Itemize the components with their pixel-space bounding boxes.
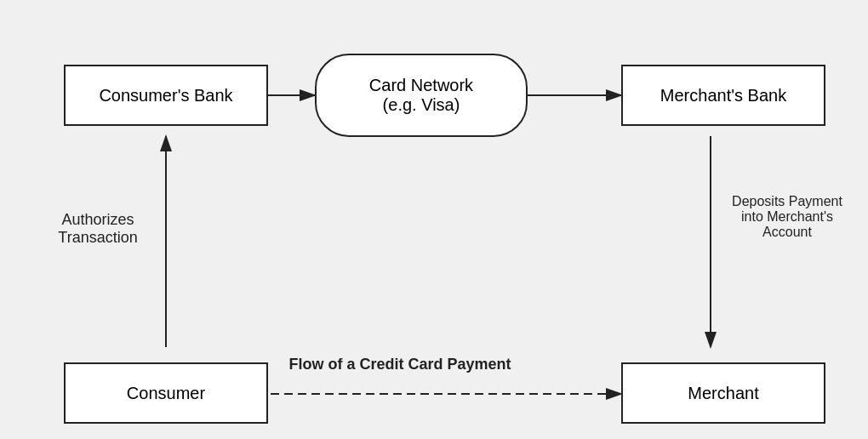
consumer-label: Consumer bbox=[127, 384, 205, 403]
merchant-label: Merchant bbox=[688, 384, 758, 403]
merchant-box: Merchant bbox=[621, 362, 825, 424]
diagram: Consumer's Bank Card Network (e.g. Visa)… bbox=[26, 24, 842, 415]
deposits-label: Deposits Payment into Merchant's Account bbox=[732, 194, 842, 240]
consumers-bank-box: Consumer's Bank bbox=[64, 65, 268, 126]
merchants-bank-box: Merchant's Bank bbox=[621, 65, 825, 126]
card-network-box: Card Network (e.g. Visa) bbox=[315, 54, 528, 137]
consumers-bank-label: Consumer's Bank bbox=[99, 86, 232, 105]
consumer-box: Consumer bbox=[64, 362, 268, 424]
merchants-bank-label: Merchant's Bank bbox=[660, 86, 786, 105]
card-network-label: Card Network (e.g. Visa) bbox=[369, 76, 473, 115]
flow-label: Flow of a Credit Card Payment bbox=[255, 356, 545, 373]
authorizes-label: Authorizes Transaction bbox=[43, 211, 153, 247]
